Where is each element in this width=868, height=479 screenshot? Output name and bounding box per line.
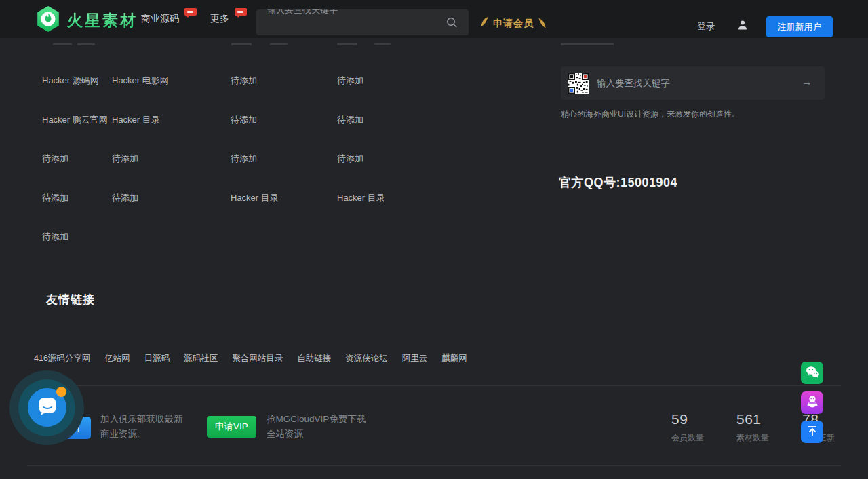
clipped-heading-sliver: [231, 43, 252, 45]
footer-divider-top: [27, 385, 841, 386]
qr-code: [568, 73, 589, 94]
official-qq-number: 官方QQ号:15001904: [559, 174, 677, 191]
site-logo[interactable]: 火星素材: [36, 5, 138, 35]
footer-link[interactable]: 待添加: [231, 110, 332, 149]
friend-link[interactable]: 源码社区: [184, 353, 218, 364]
back-to-top-icon: [806, 425, 818, 440]
friend-link[interactable]: 亿站网: [104, 353, 130, 364]
stat-label: 素材数量: [736, 432, 797, 444]
red-bubble-badge: [235, 8, 247, 16]
friend-link[interactable]: 聚合网站目录: [232, 353, 283, 364]
nav-search-input[interactable]: 输入要查找关键字: [256, 9, 469, 35]
nav-search-placeholder: 输入要查找关键字: [267, 9, 338, 16]
footer-link[interactable]: Hacker 目录: [231, 188, 332, 227]
link-column-4: 待添加 待添加 待添加 Hacker 目录: [337, 71, 439, 227]
nav-item-more[interactable]: 更多: [210, 13, 229, 25]
search-icon[interactable]: [446, 17, 458, 31]
stat-label: 会员数量: [671, 432, 732, 444]
qq-icon: [806, 395, 818, 411]
footer-link[interactable]: 待添加: [337, 149, 439, 188]
friend-link[interactable]: 日源码: [144, 353, 170, 364]
logo-hexagon-flame-icon: [36, 5, 60, 35]
stat-value: 59: [671, 411, 732, 427]
navbar: 火星素材 商业源码 更多 输入要查找关键字: [0, 0, 868, 38]
clipped-heading-sliver: [374, 43, 391, 45]
friend-link[interactable]: 资源侠论坛: [345, 353, 388, 364]
friend-link[interactable]: 麒麟网: [441, 353, 467, 364]
footer-link[interactable]: 待添加: [337, 110, 439, 149]
promo-description: 精心的海外商业UI设计资源，来激发你的创造性。: [561, 109, 832, 120]
footer-link[interactable]: Hacker 目录: [112, 110, 214, 149]
chat-bubble-icon: [37, 396, 58, 419]
stat-materials: 561 素材数量: [736, 411, 797, 444]
friend-link[interactable]: 阿里云: [402, 353, 428, 364]
clipped-heading-sliver: [77, 43, 95, 45]
footer-divider-bottom: [27, 465, 841, 466]
back-to-top-button[interactable]: [801, 421, 823, 443]
nav-item-source-code[interactable]: 商业源码: [141, 13, 179, 25]
clipped-heading-sliver: [53, 43, 72, 45]
wechat-float-button[interactable]: [801, 362, 823, 384]
page: 火星素材 商业源码 更多 输入要查找关键字: [0, 0, 868, 479]
footer-link[interactable]: 待添加: [337, 71, 439, 110]
footer-link[interactable]: 待添加: [42, 227, 144, 266]
promo-search-bar[interactable]: 输入要查找关键字 →: [561, 66, 825, 100]
friend-link[interactable]: 416源码分享网: [34, 353, 90, 364]
qq-float-button[interactable]: [801, 391, 823, 414]
link-column-3: 待添加 待添加 待添加 Hacker 目录: [231, 71, 332, 227]
footer-link[interactable]: 待添加: [112, 149, 214, 188]
footer-link[interactable]: Hacker 目录: [337, 188, 439, 227]
gold-wing-right-icon: [538, 18, 547, 29]
gold-wing-left-icon: [480, 16, 489, 31]
join-us-text: 加入俱乐部获取最新商业资源。: [100, 412, 187, 442]
friend-links-row: 416源码分享网 亿站网 日源码 源码社区 聚合网站目录 自助链接 资源侠论坛 …: [34, 353, 467, 364]
clipped-heading-sliver: [561, 43, 614, 45]
footer-link[interactable]: Hacker 电影网: [112, 71, 214, 110]
wechat-icon: [806, 366, 819, 381]
promo-search-placeholder: 输入要查找关键字: [597, 77, 670, 90]
footer-link[interactable]: 待添加: [231, 71, 332, 110]
apply-member-label: 申请会员: [493, 18, 534, 30]
clipped-heading-sliver: [270, 43, 288, 45]
stat-members: 59 会员数量: [671, 411, 732, 444]
red-bubble-badge: [184, 8, 197, 16]
site-title: 火星素材: [67, 10, 138, 31]
user-icon[interactable]: [737, 20, 748, 33]
clipped-heading-sliver: [337, 43, 357, 45]
friend-link[interactable]: 自助链接: [297, 353, 331, 364]
vip-promo-text: 抢MGCloudVIP免费下载全站资源: [267, 412, 368, 442]
footer-link[interactable]: 待添加: [112, 188, 214, 227]
login-link[interactable]: 登录: [697, 20, 715, 33]
apply-vip-button[interactable]: 申请VIP: [207, 416, 256, 438]
notification-dot: [56, 387, 66, 397]
link-column-2: Hacker 电影网 Hacker 目录 待添加 待添加: [112, 71, 214, 227]
stat-value: 561: [736, 411, 797, 427]
friend-links-title: 友情链接: [46, 292, 95, 307]
arrow-right-icon[interactable]: →: [802, 76, 812, 88]
register-button[interactable]: 注册新用户: [766, 16, 833, 37]
footer-link[interactable]: 待添加: [231, 149, 332, 188]
apply-member-button[interactable]: 申请会员: [480, 16, 547, 31]
